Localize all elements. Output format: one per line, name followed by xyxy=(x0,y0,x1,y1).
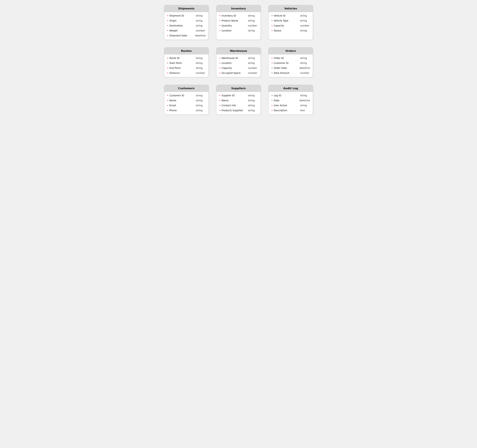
field-label: Warehouse ID xyxy=(222,57,238,59)
field-row: •Contact Infostring xyxy=(219,104,258,107)
field-name: •Route ID xyxy=(167,57,184,59)
field-name: •Quantity xyxy=(219,24,237,27)
card-body-suppliers: •Supplier IDstring•Namestring•Contact In… xyxy=(216,92,261,115)
field-type: string xyxy=(196,24,206,27)
field-type: string xyxy=(300,94,310,97)
field-label: Total Amount xyxy=(274,72,289,74)
field-name: •Status xyxy=(271,29,289,32)
field-name: •Name xyxy=(219,99,237,102)
field-name: •Customer ID xyxy=(167,94,184,97)
field-label: Location xyxy=(222,62,232,64)
bullet-icon: • xyxy=(219,24,221,27)
bullet-icon: • xyxy=(271,109,273,112)
field-type: number xyxy=(196,29,206,32)
field-row: •Start Pointstring xyxy=(167,62,206,64)
bullet-icon: • xyxy=(219,104,221,107)
bullet-icon: • xyxy=(219,14,221,17)
field-type: string xyxy=(196,67,206,69)
bullet-icon: • xyxy=(167,99,168,102)
bullet-icon: • xyxy=(271,24,273,27)
field-name: •Vehicle ID xyxy=(271,14,289,17)
field-row: •Customer IDstring xyxy=(167,94,206,97)
field-name: •Inventory ID xyxy=(219,14,237,17)
card-body-orders: •Order IDstring•Customer IDstring•Order … xyxy=(268,54,313,77)
field-name: •Warehouse ID xyxy=(219,57,238,59)
card-body-inventory: •Inventory IDstring•Product Namestring•Q… xyxy=(216,12,261,35)
card-title-orders: Orders xyxy=(268,48,313,54)
field-label: Phone xyxy=(169,109,177,112)
bullet-icon: • xyxy=(167,14,168,17)
card-body-audit-log: •Log IDstring•Datedatetime•User Actionst… xyxy=(268,92,313,115)
field-type: datetime xyxy=(299,99,310,102)
field-row: •Vehicle Typestring xyxy=(271,19,310,22)
field-row: •Originstring xyxy=(167,19,206,22)
field-name: •Total Amount xyxy=(271,72,289,74)
field-label: Vehicle Type xyxy=(274,19,288,22)
field-name: •Capacity xyxy=(271,24,289,27)
card-title-vehicles: Vehicles xyxy=(268,5,313,12)
field-label: Email xyxy=(169,104,176,107)
field-label: Name xyxy=(169,99,176,102)
field-type: string xyxy=(248,99,258,102)
bullet-icon: • xyxy=(271,19,273,22)
field-row: •End Pointstring xyxy=(167,67,206,69)
field-name: •User Action xyxy=(271,104,289,107)
field-row: •Total Amountnumber xyxy=(271,72,310,74)
field-type: number xyxy=(248,67,258,69)
field-row: •Order IDstring xyxy=(271,57,310,59)
field-name: •Product Name xyxy=(219,19,238,22)
bullet-icon: • xyxy=(167,19,168,22)
bullet-icon: • xyxy=(167,109,168,112)
field-row: •Statusstring xyxy=(271,29,310,32)
field-type: number xyxy=(300,24,310,27)
field-name: •Occupied Space xyxy=(219,72,241,74)
field-label: Route ID xyxy=(169,57,179,59)
bullet-icon: • xyxy=(271,99,273,102)
field-label: User Action xyxy=(274,104,287,107)
bullet-icon: • xyxy=(219,57,221,59)
field-label: Description xyxy=(274,109,287,112)
field-label: Location xyxy=(222,29,232,32)
field-label: Destination xyxy=(169,24,183,27)
field-type: string xyxy=(300,14,310,17)
field-name: •Products Supplied xyxy=(219,109,243,112)
field-row: •Shipment Datedatetime xyxy=(167,34,206,37)
field-label: Product Name xyxy=(222,19,238,22)
field-type: string xyxy=(300,104,310,107)
card-inventory: Inventory•Inventory IDstring•Product Nam… xyxy=(216,5,261,40)
bullet-icon: • xyxy=(271,104,273,107)
field-row: •User Actionstring xyxy=(271,104,310,107)
field-label: Contact Info xyxy=(222,104,236,107)
field-type: string xyxy=(300,62,310,64)
field-row: •Warehouse IDstring xyxy=(219,57,258,59)
bullet-icon: • xyxy=(271,29,273,32)
bullet-icon: • xyxy=(271,94,273,97)
field-label: Origin xyxy=(169,19,177,22)
bullet-icon: • xyxy=(219,99,221,102)
bullet-icon: • xyxy=(271,62,273,64)
field-name: •Shipment ID xyxy=(167,14,184,17)
field-row: •Locationstring xyxy=(219,62,258,64)
field-name: •Location xyxy=(219,62,237,64)
field-name: •Name xyxy=(167,99,184,102)
field-row: •Inventory IDstring xyxy=(219,14,258,17)
field-row: •Destinationstring xyxy=(167,24,206,27)
field-name: •Start Point xyxy=(167,62,184,64)
bullet-icon: • xyxy=(219,94,221,97)
bullet-icon: • xyxy=(167,104,168,107)
field-name: •Location xyxy=(219,29,237,32)
bullet-icon: • xyxy=(167,62,168,64)
bullet-icon: • xyxy=(167,57,168,59)
field-type: number xyxy=(300,72,310,74)
field-row: •Log IDstring xyxy=(271,94,310,97)
field-type: string xyxy=(248,14,258,17)
bullet-icon: • xyxy=(219,62,221,64)
field-row: •Capacitynumber xyxy=(219,67,258,69)
field-row: •Shipment IDstring xyxy=(167,14,206,17)
field-label: Inventory ID xyxy=(222,14,236,17)
card-shipments: Shipments•Shipment IDstring•Originstring… xyxy=(164,5,209,40)
field-name: •Phone xyxy=(167,109,184,112)
field-row: •Product Namestring xyxy=(219,19,258,22)
field-type: string xyxy=(248,19,258,22)
bullet-icon: • xyxy=(167,34,168,37)
